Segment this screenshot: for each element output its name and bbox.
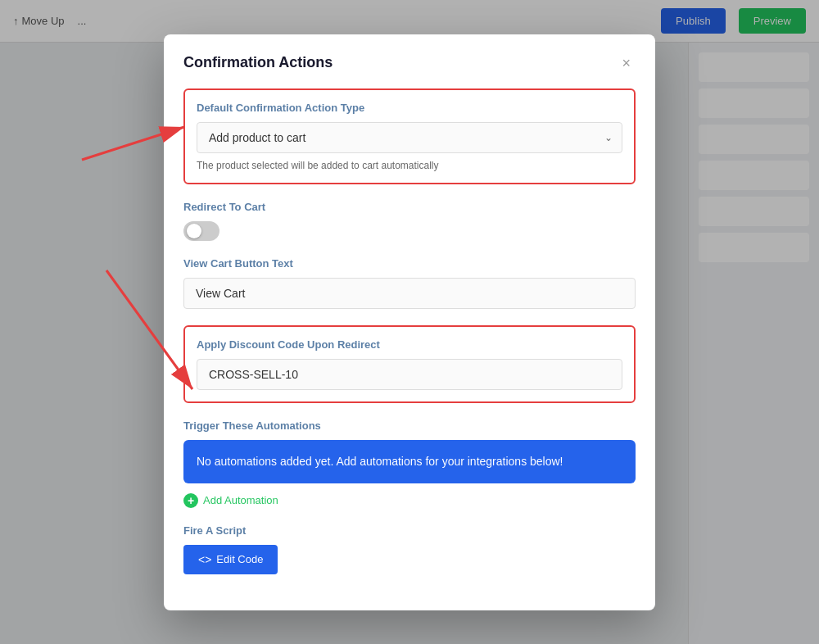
add-automation-link[interactable]: + Add Automation xyxy=(183,493,636,508)
default-action-section: Default Confirmation Action Type Add pro… xyxy=(183,88,636,184)
toggle-slider xyxy=(183,221,219,241)
confirmation-actions-modal: Confirmation Actions × Default Confirmat… xyxy=(164,34,655,610)
automations-label: Trigger These Automations xyxy=(183,420,636,432)
automations-empty-message: No automations added yet. Add automation… xyxy=(197,455,563,468)
add-automation-label: Add Automation xyxy=(203,494,278,506)
modal-overlay: Confirmation Actions × Default Confirmat… xyxy=(0,0,819,644)
redirect-toggle-wrapper xyxy=(183,221,636,241)
redirect-to-cart-label: Redirect To Cart xyxy=(183,201,636,213)
automations-section: Trigger These Automations No automations… xyxy=(183,420,636,508)
edit-code-label: Edit Code xyxy=(216,553,263,565)
add-circle-icon: + xyxy=(183,493,198,508)
edit-code-button[interactable]: <> Edit Code xyxy=(183,545,278,574)
view-cart-label: View Cart Button Text xyxy=(183,257,636,270)
default-action-label: Default Confirmation Action Type xyxy=(197,102,622,114)
action-type-select[interactable]: Add product to cart View Cart Custom URL xyxy=(197,122,622,153)
action-helper-text: The product selected will be added to ca… xyxy=(197,160,622,171)
redirect-toggle[interactable] xyxy=(183,221,219,241)
discount-code-section: Apply Discount Code Upon Redirect xyxy=(183,325,636,403)
code-brackets-icon: <> xyxy=(198,553,211,566)
redirect-to-cart-section: Redirect To Cart xyxy=(183,201,636,241)
modal-close-button[interactable]: × xyxy=(617,54,636,72)
modal-title: Confirmation Actions xyxy=(183,54,333,71)
modal-header: Confirmation Actions × xyxy=(183,54,636,72)
discount-code-input[interactable] xyxy=(197,359,622,390)
discount-code-label: Apply Discount Code Upon Redirect xyxy=(197,338,622,351)
automations-empty-box: No automations added yet. Add automation… xyxy=(183,440,636,483)
view-cart-input[interactable] xyxy=(183,278,636,309)
action-type-select-wrapper: Add product to cart View Cart Custom URL… xyxy=(197,122,622,153)
view-cart-button-section: View Cart Button Text xyxy=(183,257,636,309)
fire-script-label: Fire A Script xyxy=(183,524,636,537)
fire-script-section: Fire A Script <> Edit Code xyxy=(183,524,636,574)
